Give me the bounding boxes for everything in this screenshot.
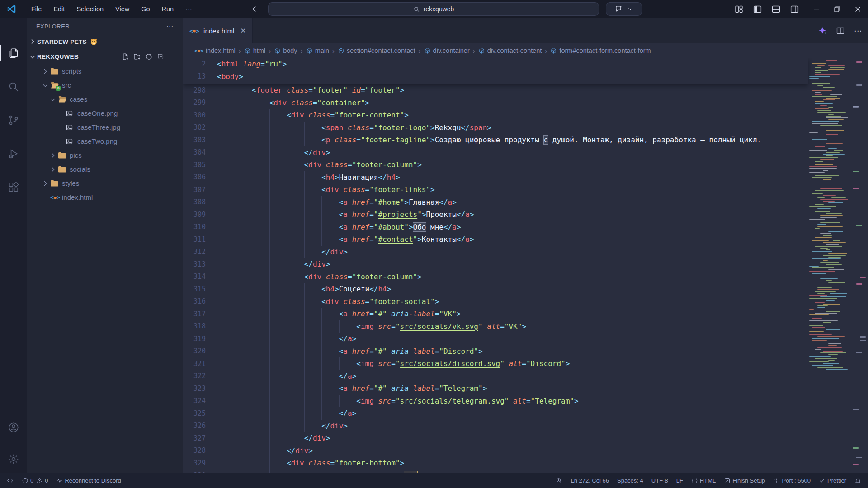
activity-account-icon[interactable] bbox=[0, 416, 27, 439]
menu-selection[interactable]: Selection bbox=[71, 3, 108, 15]
breadcrumb-item[interactable]: form#contact-form.contact-form bbox=[550, 47, 651, 54]
activity-run-debug-icon[interactable] bbox=[0, 142, 27, 165]
collapse-all-icon[interactable] bbox=[157, 53, 165, 61]
workspace-section-rekxquweb[interactable]: REKXQUWEB bbox=[27, 49, 183, 64]
activity-search-icon[interactable] bbox=[0, 75, 27, 99]
activity-explorer-icon[interactable] bbox=[0, 42, 27, 65]
code-line-330[interactable]: 330<p>&copy; 2026 Rekxqu. Все права защи… bbox=[183, 469, 808, 473]
code-line-312[interactable]: 312</div> bbox=[183, 246, 808, 258]
activity-settings-icon[interactable] bbox=[0, 447, 27, 471]
code-line-329[interactable]: 329<div class="footer-bottom"> bbox=[183, 457, 808, 469]
status-remote[interactable] bbox=[3, 473, 18, 488]
code-line-324[interactable]: 324<img src="src/socials/telegram.svg" a… bbox=[183, 395, 808, 408]
code-line-311[interactable]: 311<a href="#contact">Контакты</a> bbox=[183, 233, 808, 246]
refresh-icon[interactable] bbox=[145, 53, 153, 61]
code-line-320[interactable]: 320<a href="#" aria-label="Discord"> bbox=[183, 345, 808, 358]
menu-run[interactable]: Run bbox=[157, 3, 179, 15]
status-discord[interactable]: Reconnect to Discord bbox=[52, 473, 125, 488]
tree-item-socials[interactable]: socials bbox=[27, 162, 183, 176]
code-line-310[interactable]: 310<a href="#about">Обо мне</a> bbox=[183, 221, 808, 234]
menu-edit[interactable]: Edit bbox=[48, 3, 70, 15]
minimize-button[interactable] bbox=[806, 0, 826, 18]
overview-ruler[interactable] bbox=[850, 58, 868, 473]
code-line-316[interactable]: 316<div class="footer-social"> bbox=[183, 296, 808, 308]
ai-sparkle-icon[interactable] bbox=[818, 26, 827, 35]
status-problems[interactable]: 00 bbox=[18, 473, 52, 488]
code-line-319[interactable]: 319</a> bbox=[183, 333, 808, 345]
editor-more-actions-icon[interactable]: ⋯ bbox=[854, 26, 862, 36]
breadcrumb-item[interactable]: body bbox=[274, 47, 297, 54]
status-cursor-position[interactable]: Ln 272, Col 66 bbox=[566, 473, 613, 488]
new-file-icon[interactable] bbox=[122, 53, 129, 61]
code-line-315[interactable]: 315<h4>Соцсети</h4> bbox=[183, 283, 808, 296]
copilot-chat-button[interactable] bbox=[606, 2, 642, 16]
code-line-323[interactable]: 323<a href="#" aria-label="Telegram"> bbox=[183, 382, 808, 395]
back-arrow-icon[interactable] bbox=[251, 5, 260, 14]
code-line-305[interactable]: 305<div class="footer-column"> bbox=[183, 159, 808, 171]
workspace-section-stardew[interactable]: STARDEW PETS bbox=[27, 34, 183, 49]
status-live-server-port[interactable]: Port : 5500 bbox=[769, 473, 815, 488]
code-line-309[interactable]: 309<a href="#projects">Проекты</a> bbox=[183, 208, 808, 221]
toggle-secondary-sidebar-icon[interactable] bbox=[790, 5, 799, 14]
code-line-300[interactable]: 300<div class="footer-content"> bbox=[183, 109, 808, 122]
code-line-2[interactable]: 2<html lang="ru"> bbox=[183, 58, 808, 70]
code-line-304[interactable]: 304</div> bbox=[183, 146, 808, 159]
breadcrumb-item[interactable]: html bbox=[244, 47, 265, 54]
tab-index-html[interactable]: <●> index.html ✕ bbox=[183, 18, 253, 43]
tree-item-styles[interactable]: styles bbox=[27, 176, 183, 190]
code-line-325[interactable]: 325</a> bbox=[183, 407, 808, 420]
customize-layout-icon[interactable] bbox=[734, 5, 744, 14]
command-center-search[interactable]: rekxquweb bbox=[268, 2, 599, 16]
code-line-299[interactable]: 299<div class="container"> bbox=[183, 97, 808, 109]
status-notifications[interactable] bbox=[850, 473, 865, 488]
code-line-313[interactable]: 313</div> bbox=[183, 258, 808, 271]
new-folder-icon[interactable] bbox=[133, 53, 141, 61]
menu-view[interactable]: View bbox=[110, 3, 134, 15]
status-eol[interactable]: LF bbox=[672, 473, 687, 488]
code-line-298[interactable]: 298<footer class="footer" id="footer"> bbox=[183, 84, 808, 97]
breadcrumb-item[interactable]: section#contact.contact bbox=[338, 47, 415, 54]
tree-item-caseTwo-png[interactable]: caseTwo.png bbox=[27, 134, 183, 148]
breadcrumb-item[interactable]: main bbox=[306, 47, 329, 54]
code-line-328[interactable]: 328</div> bbox=[183, 445, 808, 457]
code-line-303[interactable]: 303<p class="footer-tagline">Создаю цифр… bbox=[183, 134, 808, 146]
activity-source-control-icon[interactable] bbox=[0, 108, 27, 132]
code-line-327[interactable]: 327</div> bbox=[183, 432, 808, 445]
tree-item-src[interactable]: Bsrc bbox=[27, 78, 183, 92]
tree-item-index-html[interactable]: <●>index.html bbox=[27, 190, 183, 204]
tree-item-caseOne-png[interactable]: caseOne.png bbox=[27, 106, 183, 120]
code-line-307[interactable]: 307<div class="footer-links"> bbox=[183, 183, 808, 196]
code-line-322[interactable]: 322</a> bbox=[183, 370, 808, 383]
status-finish-setup[interactable]: Finish Setup bbox=[720, 473, 769, 488]
breadcrumb-item[interactable]: <●>index.html bbox=[194, 47, 236, 54]
tree-item-cases[interactable]: cases bbox=[27, 92, 183, 106]
tab-close-icon[interactable]: ✕ bbox=[240, 27, 246, 35]
status-language-mode[interactable]: HTML bbox=[687, 473, 720, 488]
code-line-321[interactable]: 321<img src="src/socials/discord.svg" al… bbox=[183, 357, 808, 370]
activity-extensions-icon[interactable] bbox=[0, 175, 27, 199]
close-button[interactable] bbox=[847, 0, 868, 18]
minimap[interactable] bbox=[808, 58, 850, 473]
status-indentation[interactable]: Spaces: 4 bbox=[613, 473, 647, 488]
status-zoom[interactable] bbox=[552, 473, 566, 488]
menu-file[interactable]: File bbox=[26, 3, 47, 15]
tree-item-pics[interactable]: pics bbox=[27, 148, 183, 162]
code-line-318[interactable]: 318<img src="src/socials/vk.svg" alt="VK… bbox=[183, 320, 808, 333]
code-area[interactable]: 298<footer class="footer" id="footer">29… bbox=[183, 58, 868, 473]
toggle-sidebar-icon[interactable] bbox=[753, 5, 762, 14]
explorer-more-actions-icon[interactable]: ⋯ bbox=[164, 21, 176, 32]
code-line-308[interactable]: 308<a href="#home">Главная</a> bbox=[183, 196, 808, 209]
status-encoding[interactable]: UTF-8 bbox=[647, 473, 672, 488]
menu-go[interactable]: Go bbox=[136, 3, 155, 15]
menu-[interactable]: ⋯ bbox=[180, 3, 197, 15]
breadcrumb-item[interactable]: div.container bbox=[424, 47, 470, 54]
code-line-314[interactable]: 314<div class="footer-column"> bbox=[183, 271, 808, 283]
split-editor-icon[interactable] bbox=[836, 26, 845, 35]
code-line-326[interactable]: 326</div> bbox=[183, 420, 808, 432]
breadcrumb-item[interactable]: div.contact-content bbox=[478, 47, 542, 54]
code-line-317[interactable]: 317<a href="#" aria-label="VK"> bbox=[183, 308, 808, 320]
restore-button[interactable] bbox=[826, 0, 847, 18]
tree-item-caseThree-jpg[interactable]: caseThree.jpg bbox=[27, 120, 183, 134]
tree-item-scripts[interactable]: scripts bbox=[27, 64, 183, 78]
toggle-panel-icon[interactable] bbox=[771, 5, 781, 14]
